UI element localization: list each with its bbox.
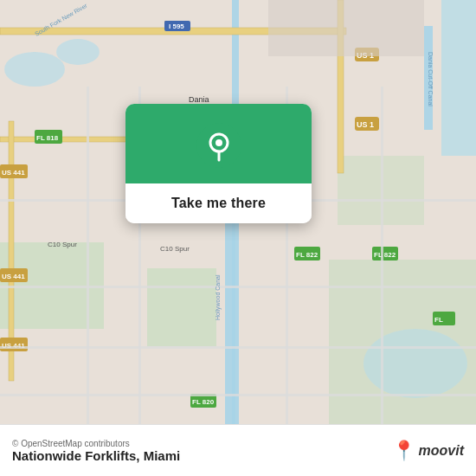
- svg-rect-6: [441, 0, 476, 156]
- svg-text:US 441: US 441: [2, 273, 25, 280]
- card-header: [125, 104, 312, 183]
- location-pin-icon: [196, 123, 241, 168]
- svg-text:Dania: Dania: [189, 95, 209, 104]
- svg-rect-48: [87, 87, 89, 424]
- svg-text:C10 Spur: C10 Spur: [160, 245, 190, 253]
- location-name: Nationwide Forklifts, Miami: [12, 448, 180, 463]
- svg-rect-47: [0, 394, 476, 396]
- svg-rect-45: [0, 286, 476, 288]
- svg-text:FL 822: FL 822: [296, 251, 318, 259]
- bottom-left: © OpenStreetMap contributors Nationwide …: [12, 439, 180, 463]
- svg-point-8: [363, 329, 467, 398]
- svg-text:US 441: US 441: [2, 169, 25, 177]
- svg-text:FL 822: FL 822: [374, 251, 396, 259]
- svg-text:C10 Spur: C10 Spur: [48, 241, 77, 248]
- svg-text:US 1: US 1: [357, 120, 374, 129]
- svg-rect-55: [268, 0, 424, 56]
- svg-text:FL: FL: [434, 316, 443, 324]
- svg-text:Hollywood Canal: Hollywood Canal: [215, 274, 222, 320]
- map-attribution: © OpenStreetMap contributors: [12, 439, 180, 448]
- svg-point-5: [56, 39, 100, 65]
- moovit-logo: 📍 moovit: [392, 440, 464, 462]
- svg-point-4: [4, 52, 65, 87]
- svg-text:FL 818: FL 818: [36, 134, 59, 142]
- svg-text:I 595: I 595: [169, 23, 184, 30]
- svg-point-58: [215, 139, 222, 146]
- svg-rect-10: [147, 268, 216, 346]
- svg-rect-51: [381, 87, 383, 424]
- svg-text:FL 820: FL 820: [192, 398, 215, 406]
- svg-text:Dania Cut-Off Canal: Dania Cut-Off Canal: [428, 52, 434, 106]
- moovit-brand-text: moovit: [419, 443, 464, 459]
- location-card: Take me there: [125, 104, 312, 223]
- map-container: I 595 I 595 US 1 US 1 US 1 FL 818 US 441…: [0, 0, 476, 424]
- svg-rect-46: [0, 346, 476, 349]
- take-me-there-button[interactable]: Take me there: [125, 183, 312, 223]
- bottom-bar: © OpenStreetMap contributors Nationwide …: [0, 424, 476, 476]
- moovit-pin-icon: 📍: [392, 440, 415, 462]
